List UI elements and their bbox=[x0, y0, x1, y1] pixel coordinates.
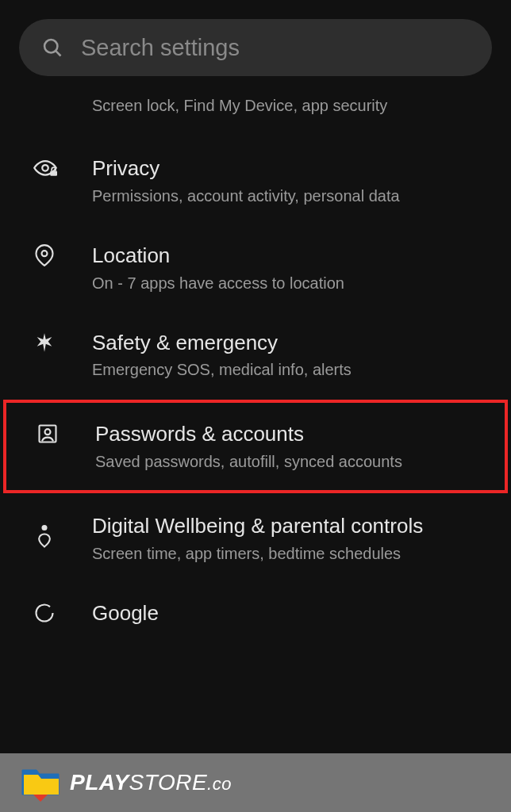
settings-list: Screen lock, Find My Device, app securit… bbox=[0, 86, 511, 630]
footer-brand-text: PLAYSTORE.co bbox=[70, 770, 232, 795]
playstore-logo: PLAYSTORE.co bbox=[19, 764, 232, 802]
footer-watermark: PLAYSTORE.co bbox=[0, 753, 511, 812]
settings-item-location[interactable]: Location On - 7 apps have access to loca… bbox=[0, 224, 511, 312]
svg-line-1 bbox=[56, 51, 60, 56]
svg-point-4 bbox=[42, 251, 48, 256]
item-subtitle: Screen time, app timers, bedtime schedul… bbox=[92, 543, 492, 564]
item-title: Google bbox=[92, 600, 492, 627]
item-subtitle: Emergency SOS, medical info, alerts bbox=[92, 359, 492, 380]
asterisk-icon bbox=[33, 331, 56, 354]
wellbeing-icon bbox=[33, 524, 56, 550]
google-icon bbox=[33, 602, 56, 624]
item-title: Passwords & accounts bbox=[95, 421, 486, 448]
search-placeholder: Search settings bbox=[81, 35, 240, 61]
search-icon bbox=[41, 36, 63, 59]
search-bar[interactable]: Search settings bbox=[19, 19, 492, 76]
svg-rect-3 bbox=[50, 171, 57, 176]
settings-item-privacy[interactable]: Privacy Permissions, account activity, p… bbox=[0, 137, 511, 224]
item-title: Safety & emergency bbox=[92, 330, 492, 357]
svg-point-2 bbox=[42, 165, 48, 171]
location-pin-icon bbox=[33, 244, 56, 266]
settings-item-digital-wellbeing[interactable]: Digital Wellbeing & parental controls Sc… bbox=[0, 495, 511, 582]
eye-lock-icon bbox=[33, 157, 57, 181]
settings-item-passwords-accounts[interactable]: Passwords & accounts Saved passwords, au… bbox=[3, 400, 508, 493]
item-title: Location bbox=[92, 243, 492, 270]
item-title: Digital Wellbeing & parental controls bbox=[92, 513, 492, 540]
svg-point-6 bbox=[45, 430, 51, 435]
item-subtitle: Permissions, account activity, personal … bbox=[92, 186, 492, 206]
account-box-icon bbox=[36, 423, 59, 445]
folder-icon bbox=[19, 764, 62, 802]
settings-item-security-partial[interactable]: Screen lock, Find My Device, app securit… bbox=[0, 92, 511, 137]
svg-point-7 bbox=[42, 526, 46, 530]
item-title: Privacy bbox=[92, 155, 492, 182]
settings-item-google-partial[interactable]: Google bbox=[0, 582, 511, 630]
item-subtitle: Saved passwords, autofill, synced accoun… bbox=[95, 451, 486, 472]
svg-point-0 bbox=[44, 40, 57, 52]
svg-rect-5 bbox=[40, 426, 56, 442]
settings-item-safety[interactable]: Safety & emergency Emergency SOS, medica… bbox=[0, 312, 511, 399]
item-subtitle: On - 7 apps have access to location bbox=[92, 273, 492, 293]
item-subtitle: Screen lock, Find My Device, app securit… bbox=[92, 97, 387, 114]
